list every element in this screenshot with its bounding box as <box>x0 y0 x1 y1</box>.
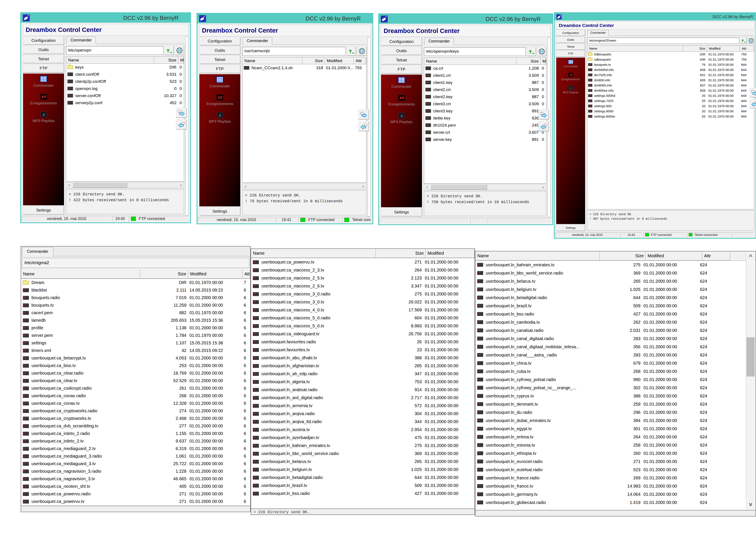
file-row[interactable]: userbouquet.ca_dvb_scrambling.tv 277 01.… <box>21 422 250 430</box>
file-row[interactable]: profile 1.138 01.01.2000 00:00 6 <box>21 324 250 332</box>
column-header-size[interactable]: Size <box>154 57 178 64</box>
settings-button[interactable]: Settings <box>23 206 64 214</box>
file-row[interactable]: settings 1.107 15.05.2015 15:38 6 <box>21 339 250 347</box>
scrollbar-thumb[interactable] <box>431 184 487 190</box>
path-input[interactable]: /etc/openvpn/keys <box>424 47 526 56</box>
column-header-size[interactable]: Size <box>683 46 707 51</box>
file-row[interactable]: userbouquet.ca_irdeto_2.radio 1.155 01.0… <box>21 430 250 437</box>
refresh-globe-button[interactable] <box>175 46 184 55</box>
file-row[interactable]: cacert.pem 882 01.01.1970 00:00 6 <box>21 309 250 317</box>
file-row[interactable]: userbouquet.ca_powervu.tv 271 01.01.2000… <box>21 498 250 505</box>
column-header-modified[interactable]: Modified <box>707 46 740 51</box>
column-header-name[interactable]: Name <box>475 251 600 261</box>
tab-commander[interactable]: Commander <box>67 37 96 44</box>
up-directory-button[interactable] <box>347 46 356 56</box>
file-row[interactable]: userbouquet.ln_canal_digitaal_mobistar_t… <box>475 343 756 351</box>
file-row[interactable]: userbouquet.ln_canalsat.radio 2.031 01.0… <box>475 326 756 334</box>
path-input[interactable]: /usr/camscript <box>242 47 346 55</box>
file-row[interactable]: userbouquet.ln_algeria.tv 753 01.01.2000… <box>251 378 474 386</box>
sidebar-nav-button[interactable]: Configuration <box>199 37 240 45</box>
file-row[interactable]: userbouquet.ln_azerbaidjan.tv 475 01.01.… <box>251 434 474 442</box>
path-input[interactable]: /etc/enigma2/Dream <box>587 38 739 44</box>
path-input[interactable]: /etc/openvpn <box>66 46 163 55</box>
file-row[interactable]: lamedb 205.653 15.05.2015 15:36 6 <box>21 317 250 324</box>
column-header-modified[interactable]: Modified <box>188 269 242 279</box>
sidebar-nav-button[interactable]: Telnet <box>556 44 585 50</box>
file-row[interactable]: userbouquet.ca_mediaguard_3.radio 1.061 … <box>21 452 250 460</box>
sidebar-nav-button[interactable]: Outils <box>556 37 585 43</box>
titlebar[interactable]: DCC v2.96 by BernyR <box>555 13 756 20</box>
file-row[interactable]: bouquets.radio 7.019 01.01.2000 00:00 6 <box>21 294 250 301</box>
file-row[interactable]: client2.crt 3.509 0 <box>424 86 546 93</box>
horizontal-scrollbar[interactable]: ‹ › <box>424 184 546 190</box>
titlebar[interactable]: DCC v2.96 by BernyR <box>379 14 552 24</box>
column-header-name[interactable]: Name <box>21 269 140 279</box>
file-row[interactable]: userbouquet.ln_armenia.tv 572 01.01.2000… <box>251 402 474 410</box>
file-row[interactable]: dm8000.info 837 01.01.1970 00:00 644 <box>587 83 754 88</box>
file-row[interactable]: userbouquet.favourites.radio 26 01.01.20… <box>251 338 474 346</box>
file-row[interactable]: dh1024.pem 245 0 <box>424 122 546 129</box>
file-row[interactable]: userbouquet.ca_biss.tv 253 01.01.2000 00… <box>21 362 250 369</box>
settings-button[interactable]: Settings <box>556 225 585 231</box>
file-row[interactable]: userbouquet.ln_betadigital.radio 644 01.… <box>475 294 756 302</box>
file-row[interactable]: dm500hd.info 839 01.01.1970 00:00 644 <box>587 67 754 72</box>
file-row[interactable]: keys DIR 0 <box>66 64 184 71</box>
file-row[interactable]: userbouquet.ln_ethiopia.tv 260 01.01.200… <box>475 449 756 457</box>
file-row[interactable]: userbouquet.ca_betacrypt.tv 4.053 01.01.… <box>21 354 250 362</box>
sidebar-nav-button[interactable]: Configuration <box>381 38 422 46</box>
settings-button[interactable]: Settings <box>381 208 422 216</box>
file-row[interactable]: userbouquet.ca_viaccess_5_0.tv 8.983 01.… <box>251 322 474 330</box>
file-row[interactable]: hdbouquets DIR 01.01.1970 00:00 755 <box>587 51 754 57</box>
file-row[interactable]: clientp2p.confOff 523 0 <box>66 78 184 85</box>
file-row[interactable]: Dream DIR 01.01.1970 00:00 7 <box>21 279 250 286</box>
file-row[interactable]: settings.500hd 20 01.01.1970 00:00 644 <box>587 93 754 98</box>
sidebar-nav-button[interactable]: FTP <box>381 65 422 73</box>
file-row[interactable]: userbouquet.ca_mediaguard_3.tv 25.722 01… <box>21 460 250 467</box>
up-directory-button[interactable] <box>740 37 747 44</box>
sidebar-nav-button[interactable]: Configuration <box>23 37 64 44</box>
file-row[interactable]: server.crt 3.607 0 <box>424 129 546 136</box>
file-row[interactable]: userbouquet.ln_belarus.tv 265 01.01.2000… <box>251 458 474 465</box>
sidebar-tool[interactable]: MP3 Playlists <box>33 111 55 123</box>
transfer-right-button[interactable] <box>176 108 187 118</box>
file-row[interactable]: userbouquet.ln_egypt.tv 301 01.01.2000 0… <box>475 425 756 433</box>
scroll-left-button[interactable]: ‹ <box>424 184 430 190</box>
horizontal-scrollbar[interactable]: ‹ › <box>66 182 184 188</box>
file-row[interactable]: client3.crt 3.509 0 <box>424 100 546 107</box>
column-header-size[interactable]: Size <box>302 57 325 64</box>
file-row[interactable]: userbouquet.ln_belgium.tv 1.025 01.01.20… <box>475 285 756 294</box>
sidebar-nav-button[interactable]: Telnet <box>381 56 422 64</box>
file-row[interactable]: userbouquet.ca_viaccess_2_6.tv 3.347 01.… <box>251 282 474 290</box>
file-row[interactable]: userbouquet.ln_cyfrowy_polsat_nc__orange… <box>475 383 756 392</box>
file-row[interactable]: userbouquet.ca_videoguard.tv 26.756 01.0… <box>251 330 474 338</box>
file-row[interactable]: userbouquet.ca_viaccess_2_5.tv 2.123 01.… <box>251 274 474 282</box>
file-row[interactable]: userbouquet.ln_cuba.tv 268 01.01.2000 00… <box>475 367 756 376</box>
file-row[interactable]: client2.key 887 0 <box>424 93 546 100</box>
file-row[interactable]: openvpn.log 0 0 <box>66 85 184 92</box>
file-row[interactable]: userbouquet.ln_ah_edp.radio 347 01.01.20… <box>251 370 474 378</box>
file-row[interactable]: client1.key 887 0 <box>424 79 546 86</box>
column-header-modified[interactable]: Modified <box>325 57 354 64</box>
column-header-size[interactable]: Size <box>600 251 646 261</box>
file-row[interactable]: userbouquet.ca_conax.tv 12.328 01.01.200… <box>21 400 250 407</box>
scrollbar-thumb[interactable] <box>746 337 755 377</box>
sidebar-tool[interactable]: MP3 Playlists <box>391 113 413 124</box>
file-row[interactable]: userbouquet.favourites.tv 23 01.01.2000 … <box>251 346 474 354</box>
sidebar-nav-button[interactable]: Configuration <box>556 30 585 36</box>
file-row[interactable]: userbouquet.ln_globecast.radio 1.419 01.… <box>475 498 756 507</box>
file-row[interactable]: userbouquet.ln_belgium.tv 1.025 01.01.20… <box>251 465 474 473</box>
transfer-left-button[interactable] <box>750 99 756 108</box>
file-row[interactable]: timers.xml 42 14.05.2015 09:22 6 <box>21 347 250 354</box>
file-row[interactable]: serverp2p.conf 452 0 <box>66 99 184 106</box>
file-row[interactable]: dm800.info 835 01.01.1970 00:00 644 <box>587 77 754 83</box>
transfer-right-button[interactable] <box>539 110 549 120</box>
scroll-left-button[interactable]: ‹ <box>66 183 72 188</box>
file-row[interactable]: userbouquet.ca_conax.radio 268 01.01.200… <box>21 392 250 400</box>
file-row[interactable]: userbouquet.ln_bbc_world_service.radio 3… <box>251 450 474 458</box>
file-row[interactable]: settings.8000 20 01.01.1970 00:00 644 <box>587 108 754 114</box>
column-header-modified[interactable]: Modified <box>646 251 702 261</box>
column-header-name[interactable]: Name <box>242 57 302 64</box>
column-header-name[interactable]: Name <box>587 46 683 51</box>
file-row[interactable]: userbouquet.ca_viaccess_4_0.tv 17.569 01… <box>251 306 474 314</box>
column-header-attr[interactable]: Attr <box>242 269 250 279</box>
